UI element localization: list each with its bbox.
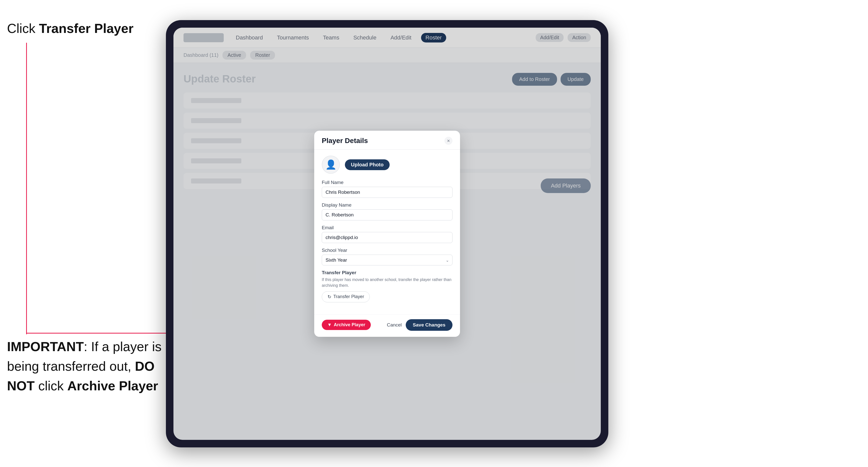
display-name-input[interactable] [322,209,453,220]
transfer-section-desc: If this player has moved to another scho… [322,277,453,288]
tablet-device: Dashboard Tournaments Teams Schedule Add… [166,20,608,447]
email-label: Email [322,225,453,230]
transfer-icon: ↻ [328,294,331,300]
full-name-group: Full Name [322,180,453,198]
modal-overlay: Player Details × 👤 Upload Photo Full Nam [174,28,601,440]
tablet-screen: Dashboard Tournaments Teams Schedule Add… [174,28,601,440]
full-name-input[interactable] [322,187,453,198]
transfer-player-section: Transfer Player If this player has moved… [322,270,453,302]
upload-photo-button[interactable]: Upload Photo [345,159,390,170]
modal-close-button[interactable]: × [444,137,453,145]
school-year-select[interactable]: First Year Second Year Third Year Fourth… [322,255,453,266]
annotation-vertical-line [26,43,27,334]
instruction-bottom: IMPORTANT: If a player is being transfer… [7,337,163,396]
modal-body: 👤 Upload Photo Full Name Display Name [314,150,460,314]
transfer-player-button[interactable]: ↻ Transfer Player [322,291,370,302]
school-year-group: School Year First Year Second Year Third… [322,248,453,266]
archive-player-button[interactable]: ▼ Archive Player [322,320,371,330]
save-changes-button[interactable]: Save Changes [406,319,453,331]
modal-header: Player Details × [314,131,460,150]
email-input[interactable] [322,232,453,243]
user-icon: 👤 [325,159,337,170]
archive-icon: ▼ [327,322,332,328]
modal-footer: ▼ Archive Player Cancel Save Changes [314,314,460,337]
instruction-top: Click Transfer Player [7,20,133,37]
display-name-label: Display Name [322,203,453,208]
school-year-label: School Year [322,248,453,253]
full-name-label: Full Name [322,180,453,185]
avatar-section: 👤 Upload Photo [322,156,453,174]
modal-title: Player Details [322,137,368,145]
display-name-group: Display Name [322,203,453,220]
cancel-button[interactable]: Cancel [387,322,402,328]
transfer-section-label: Transfer Player [322,270,453,276]
avatar: 👤 [322,156,340,174]
player-details-modal: Player Details × 👤 Upload Photo Full Nam [314,131,460,337]
email-group: Email [322,225,453,243]
